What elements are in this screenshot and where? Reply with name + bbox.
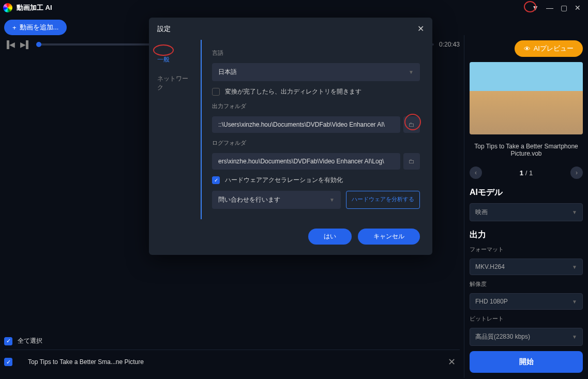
chevron-down-icon: ▼ — [572, 264, 577, 270]
dropdown-icon[interactable]: ▼ — [532, 4, 539, 12]
window-controls: ▼ — ▢ ✕ — [532, 4, 585, 12]
eye-icon: 👁 — [524, 45, 531, 53]
resolution-value: FHD 1080P — [475, 298, 508, 305]
open-output-row: 変換が完了したら、出力ディレクトリを開きます — [212, 87, 420, 96]
chevron-down-icon: ▼ — [409, 69, 414, 75]
bitrate-select[interactable]: 高品質(22830 kbps) ▼ — [470, 328, 583, 346]
hw-accel-row: ✓ ハードウェアアクセラレーションを有効化 — [212, 176, 420, 185]
maximize-icon[interactable]: ▢ — [561, 4, 567, 12]
title-bar: 動画加工 AI ▼ — ▢ ✕ — [0, 0, 588, 16]
remove-item-icon[interactable]: ✕ — [444, 356, 460, 368]
start-button[interactable]: 開始 — [470, 351, 583, 373]
dialog-sidebar: 一般 ネットワーク — [149, 40, 201, 219]
tab-network[interactable]: ネットワーク — [149, 69, 201, 97]
chevron-down-icon: ▼ — [572, 209, 577, 215]
hw-accel-checkbox[interactable]: ✓ — [212, 176, 220, 184]
hw-query-value: 問い合わせを行います — [218, 195, 280, 204]
language-select[interactable]: 日本語 ▼ — [212, 63, 420, 81]
timecode: 0:20:43 — [439, 41, 460, 48]
hw-query-row: 問い合わせを行います ▼ ハードウェアを分析する — [212, 191, 420, 209]
app-logo-icon — [3, 3, 12, 12]
pager-prev-icon[interactable]: ‹ — [470, 166, 482, 179]
minimize-icon[interactable]: — — [546, 4, 553, 12]
resolution-select[interactable]: FHD 1080P ▼ — [470, 293, 583, 310]
chevron-down-icon: ▼ — [572, 299, 577, 305]
item-checkbox[interactable]: ✓ — [4, 358, 12, 366]
preview-caption: Top Tips to Take a Better Smartphone Pic… — [470, 143, 583, 157]
dialog-footer: はい キャンセル — [149, 219, 432, 255]
output-folder-label: 出力フォルダ — [212, 102, 420, 110]
right-panel: 👁 AIプレビュー Top Tips to Take a Better Smar… — [464, 35, 588, 378]
plus-icon: + — [12, 24, 17, 32]
file-list: ✓ 全て選択 ✓ Top Tips to Take a Better Sma..… — [0, 328, 464, 378]
output-title: 出力 — [470, 230, 583, 240]
add-video-button[interactable]: + 動画を追加... — [4, 20, 67, 35]
pager-count: 1 / 1 — [520, 169, 533, 177]
language-label: 言語 — [212, 49, 420, 57]
cancel-button[interactable]: キャンセル — [358, 229, 420, 245]
next-icon[interactable]: ▶▌ — [20, 40, 31, 49]
close-icon[interactable]: ✕ — [575, 4, 581, 12]
dialog-close-icon[interactable]: ✕ — [417, 24, 424, 34]
log-folder-browse-icon[interactable]: 🗀 — [403, 153, 420, 170]
log-folder-label: ログフォルダ — [212, 139, 420, 147]
pager-next-icon[interactable]: › — [570, 166, 583, 179]
ai-preview-label: AIプレビュー — [534, 44, 574, 53]
tab-general[interactable]: 一般 — [149, 50, 201, 69]
list-item[interactable]: ✓ Top Tips to Take a Better Sma...ne Pic… — [4, 350, 460, 374]
resolution-label: 解像度 — [470, 280, 583, 288]
ok-button[interactable]: はい — [308, 229, 352, 245]
select-all-label: 全て選択 — [18, 337, 42, 345]
format-value: MKV.H264 — [475, 263, 505, 270]
hw-accel-label: ハードウェアアクセラレーションを有効化 — [225, 176, 343, 185]
ai-model-title: AIモデル — [470, 187, 583, 198]
format-select[interactable]: MKV.H264 ▼ — [470, 259, 583, 275]
settings-dialog: 設定 ✕ 一般 ネットワーク 言語 日本語 ▼ 変換が完了したら、出力ディレクト… — [149, 18, 432, 255]
output-folder-input[interactable]: ::\Users\xinzhe.hou\Documents\DVDFab\Vid… — [212, 116, 400, 133]
timeline-handle[interactable] — [36, 42, 41, 47]
chevron-down-icon: ▼ — [572, 334, 577, 340]
chevron-down-icon: ▼ — [329, 197, 335, 203]
open-output-checkbox[interactable] — [212, 88, 220, 96]
dialog-title: 設定 — [157, 24, 171, 34]
output-folder-browse-icon[interactable]: 🗀 — [403, 116, 420, 133]
add-video-label: 動画を追加... — [20, 23, 59, 32]
bitrate-value: 高品質(22830 kbps) — [475, 332, 530, 341]
list-header: ✓ 全て選択 — [4, 332, 460, 350]
log-folder-row: ers\xinzhe.hou\Documents\DVDFab\Video En… — [212, 153, 420, 170]
ai-model-select[interactable]: 映画 ▼ — [470, 203, 583, 221]
output-folder-row: ::\Users\xinzhe.hou\Documents\DVDFab\Vid… — [212, 116, 420, 133]
format-label: フォーマット — [470, 246, 583, 253]
prev-icon[interactable]: ▐◀ — [4, 40, 15, 49]
log-folder-input[interactable]: ers\xinzhe.hou\Documents\DVDFab\Video En… — [212, 153, 400, 170]
dialog-header: 設定 ✕ — [149, 18, 432, 40]
ai-preview-button[interactable]: 👁 AIプレビュー — [515, 40, 583, 57]
item-label: Top Tips to Take a Better Sma...ne Pictu… — [28, 358, 144, 366]
language-value: 日本語 — [218, 68, 237, 77]
app-title: 動画加工 AI — [17, 3, 52, 12]
dialog-content: 言語 日本語 ▼ 変換が完了したら、出力ディレクトリを開きます 出力フォルダ :… — [201, 40, 432, 219]
hw-analyze-button[interactable]: ハードウェアを分析する — [346, 191, 420, 209]
select-all-checkbox[interactable]: ✓ — [4, 337, 12, 345]
ai-model-value: 映画 — [475, 208, 488, 217]
open-output-label: 変換が完了したら、出力ディレクトリを開きます — [225, 87, 361, 96]
preview-thumbnail — [470, 62, 583, 134]
dialog-body: 一般 ネットワーク 言語 日本語 ▼ 変換が完了したら、出力ディレクトリを開きま… — [149, 40, 432, 219]
hw-query-select[interactable]: 問い合わせを行います ▼ — [212, 191, 341, 209]
bitrate-label: ビットレート — [470, 315, 583, 323]
pager: ‹ 1 / 1 › — [470, 166, 583, 179]
